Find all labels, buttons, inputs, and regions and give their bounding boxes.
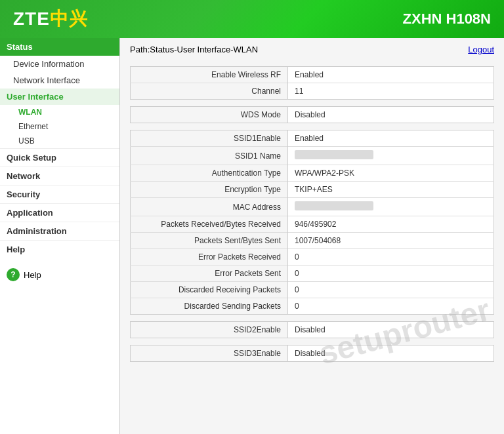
table-row: Discarded Sending Packets 0: [131, 298, 494, 315]
main-content: Path:Status-User Interface-WLAN Logout E…: [120, 38, 504, 434]
value-pkts-received: 946/495902: [288, 216, 494, 233]
value-ssid3enable: Disabled: [288, 345, 494, 362]
table-row: Discarded Receiving Packets 0: [131, 282, 494, 298]
label-wds-mode: WDS Mode: [131, 107, 288, 123]
sidebar-item-usb[interactable]: USB: [0, 134, 119, 148]
sidebar-item-administration[interactable]: Administration: [0, 222, 119, 240]
label-auth-type: Authentication Type: [131, 165, 288, 182]
table-row: Error Packets Received 0: [131, 249, 494, 266]
label-channel: Channel: [131, 83, 288, 100]
value-mac-address: [288, 198, 494, 216]
table-row: Enable Wireless RF Enabled: [131, 67, 494, 83]
wireless-rf-table: Enable Wireless RF Enabled Channel 11: [130, 66, 494, 100]
model-name: ZXHN H108N: [403, 10, 491, 28]
table-row: MAC Address: [131, 198, 494, 216]
table-row: SSID3Enable Disabled: [131, 345, 494, 362]
value-discarded-receiving: 0: [288, 282, 494, 298]
help-section: ? Help: [0, 262, 119, 288]
sidebar-item-security[interactable]: Security: [0, 185, 119, 203]
ssid2-table: SSID2Enable Disabled: [130, 321, 494, 338]
table-row: Authentication Type WPA/WPA2-PSK: [131, 165, 494, 182]
layout: Status Device Information Network Interf…: [0, 38, 504, 434]
label-discarded-receiving: Discarded Receiving Packets: [131, 282, 288, 298]
logo: ZTE中兴: [13, 7, 88, 31]
value-encryption-type: TKIP+AES: [288, 182, 494, 198]
label-pkts-received: Packets Received/Bytes Received: [131, 216, 288, 233]
sidebar-item-wlan[interactable]: WLAN: [0, 105, 119, 119]
label-ssid2enable: SSID2Enable: [131, 322, 288, 338]
table-row: SSID2Enable Disabled: [131, 322, 494, 338]
label-pkts-sent: Packets Sent/Bytes Sent: [131, 233, 288, 249]
value-enable-wireless-rf: Enabled: [288, 67, 494, 83]
label-error-pkts-sent: Error Packets Sent: [131, 266, 288, 282]
value-ssid1enable: Enabled: [288, 130, 494, 147]
label-enable-wireless-rf: Enable Wireless RF: [131, 67, 288, 83]
ssid1-name-blurred: [295, 150, 373, 159]
sidebar-item-user-interface[interactable]: User Interface: [0, 89, 119, 105]
sidebar-status-header[interactable]: Status: [0, 38, 119, 56]
breadcrumb: Path:Status-User Interface-WLAN: [130, 45, 258, 54]
logout-button[interactable]: Logout: [468, 45, 494, 54]
sidebar: Status Device Information Network Interf…: [0, 38, 120, 434]
path-bar: Path:Status-User Interface-WLAN Logout: [130, 45, 494, 58]
help-label[interactable]: Help: [24, 270, 41, 280]
wds-table: WDS Mode Disabled: [130, 106, 494, 123]
table-row: Packets Sent/Bytes Sent 1007/504068: [131, 233, 494, 249]
table-row: SSID1Enable Enabled: [131, 130, 494, 147]
label-mac-address: MAC Address: [131, 198, 288, 216]
value-error-pkts-sent: 0: [288, 266, 494, 282]
value-channel: 11: [288, 83, 494, 100]
value-error-pkts-received: 0: [288, 249, 494, 266]
value-auth-type: WPA/WPA2-PSK: [288, 165, 494, 182]
ssid3-table: SSID3Enable Disabled: [130, 345, 494, 362]
label-ssid1enable: SSID1Enable: [131, 130, 288, 147]
value-pkts-sent: 1007/504068: [288, 233, 494, 249]
sidebar-item-application[interactable]: Application: [0, 203, 119, 222]
value-ssid2enable: Disabled: [288, 322, 494, 338]
mac-address-blurred: [295, 201, 373, 210]
label-encryption-type: Encryption Type: [131, 182, 288, 198]
label-ssid1-name: SSID1 Name: [131, 147, 288, 165]
sidebar-item-device-information[interactable]: Device Information: [0, 56, 119, 72]
sidebar-item-quick-setup[interactable]: Quick Setup: [0, 148, 119, 167]
table-row: Encryption Type TKIP+AES: [131, 182, 494, 198]
label-error-pkts-received: Error Packets Received: [131, 249, 288, 266]
help-icon[interactable]: ?: [7, 268, 20, 281]
label-discarded-sending: Discarded Sending Packets: [131, 298, 288, 315]
sidebar-item-ethernet[interactable]: Ethernet: [0, 119, 119, 134]
value-ssid1-name: [288, 147, 494, 165]
table-row: Packets Received/Bytes Received 946/4959…: [131, 216, 494, 233]
ssid1-table: SSID1Enable Enabled SSID1 Name Authentic…: [130, 130, 494, 315]
table-row: Error Packets Sent 0: [131, 266, 494, 282]
value-wds-mode: Disabled: [288, 107, 494, 123]
sidebar-item-help[interactable]: Help: [0, 240, 119, 258]
label-ssid3enable: SSID3Enable: [131, 345, 288, 362]
header: ZTE中兴 ZXHN H108N: [0, 0, 504, 38]
value-discarded-sending: 0: [288, 298, 494, 315]
sidebar-item-network-interface[interactable]: Network Interface: [0, 72, 119, 89]
table-row: SSID1 Name: [131, 147, 494, 165]
table-row: WDS Mode Disabled: [131, 107, 494, 123]
table-row: Channel 11: [131, 83, 494, 100]
sidebar-item-network[interactable]: Network: [0, 167, 119, 185]
